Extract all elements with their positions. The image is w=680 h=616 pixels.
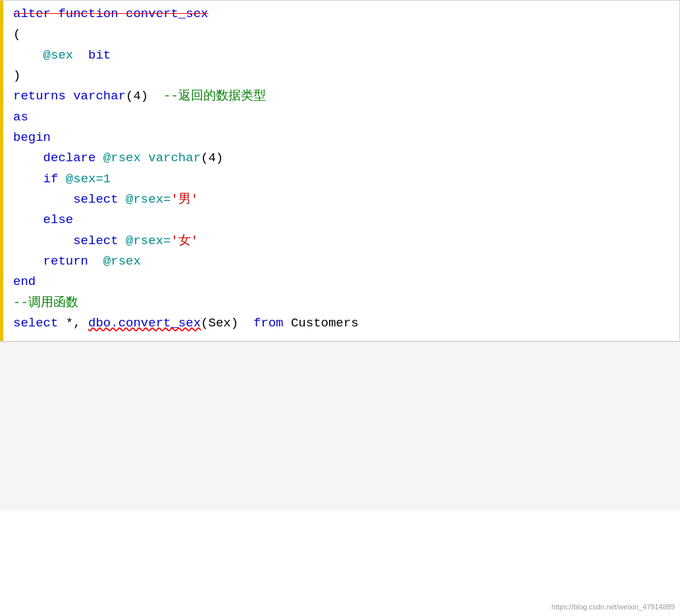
param-type: bit — [88, 48, 111, 63]
select-male-var: @rsex= — [126, 192, 170, 207]
end-keyword: end — [13, 274, 36, 289]
else-keyword: else — [43, 213, 74, 227]
if-condition: @sex=1 — [66, 172, 111, 186]
declare-var: @rsex varchar — [103, 151, 201, 165]
as-keyword: as — [13, 110, 28, 124]
select-female-var: @rsex= — [126, 234, 170, 248]
string-female: '女' — [170, 234, 198, 248]
line-close-paren: ) — [13, 68, 20, 83]
declare-keyword: declare — [43, 151, 103, 165]
returns-paren: (4) — [126, 89, 148, 103]
select-female-keyword: select — [73, 234, 126, 248]
begin-keyword: begin — [13, 130, 51, 145]
watermark: https://blog.csdn.net/weixin_47914889 — [552, 603, 675, 611]
string-male: '男' — [170, 192, 198, 207]
select-final-keyword: select — [13, 316, 66, 330]
code-inner: alter function convert_sex ( @sex bit ) … — [0, 1, 679, 341]
if-keyword: if — [43, 172, 66, 186]
code-pre: alter function convert_sex ( @sex bit ) … — [13, 4, 679, 334]
line-open-paren: ( — [13, 27, 20, 41]
return-var: @rsex — [103, 254, 141, 269]
comment-call: --调用函数 — [13, 295, 78, 310]
comment-returns: --返回的数据类型 — [163, 89, 266, 103]
code-block: alter function convert_sex ( @sex bit ) … — [0, 0, 680, 342]
bottom-area — [0, 342, 680, 510]
select-star: *, — [66, 316, 81, 330]
dbo-convert-sex: dbo.convert_sex — [88, 316, 201, 330]
table-name: Customers — [291, 316, 359, 330]
sex-param: (Sex) — [201, 316, 238, 330]
return-keyword: return — [43, 254, 103, 269]
left-accent-bar — [0, 1, 3, 341]
line-alter-keyword: alter function convert_sex — [13, 7, 208, 21]
page-wrapper: alter function convert_sex ( @sex bit ) … — [0, 0, 680, 616]
declare-paren: (4) — [201, 151, 223, 165]
select-male-keyword: select — [73, 192, 126, 207]
from-keyword: from — [253, 316, 291, 330]
returns-keyword: returns varchar — [13, 89, 126, 103]
param-sex: @sex — [43, 48, 74, 63]
